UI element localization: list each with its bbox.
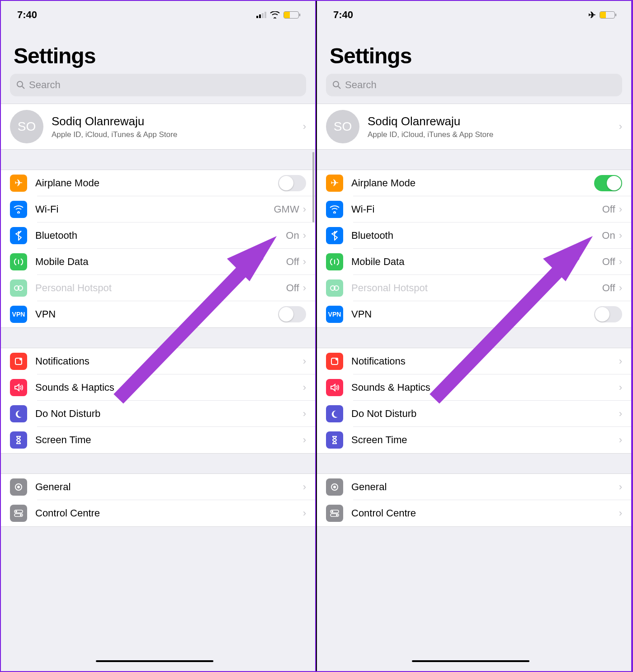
airplane-label: Airplane Mode <box>35 177 278 189</box>
screentime-label: Screen Time <box>35 434 299 446</box>
gear-icon <box>10 478 27 496</box>
chevron-icon: › <box>303 282 306 294</box>
wifi-icon <box>270 11 280 19</box>
chevron-icon: › <box>303 256 306 268</box>
redaction-strike <box>412 660 529 662</box>
notifications-icon <box>326 353 343 370</box>
bluetooth-label: Bluetooth <box>351 230 602 241</box>
svg-point-25 <box>333 486 336 488</box>
sounds-row[interactable]: Sounds & Haptics › <box>317 374 631 401</box>
airplane-toggle[interactable] <box>278 175 306 191</box>
bluetooth-icon <box>326 227 343 244</box>
bluetooth-icon <box>10 227 27 244</box>
bluetooth-row[interactable]: Bluetooth On › <box>1 222 315 249</box>
notifications-label: Notifications <box>351 355 615 367</box>
svg-point-27 <box>331 511 333 512</box>
airplane-row[interactable]: ✈ Airplane Mode <box>317 170 631 196</box>
notifications-row[interactable]: Notifications › <box>317 348 631 374</box>
page-title: Settings <box>317 25 631 74</box>
svg-point-4 <box>17 81 23 87</box>
sounds-label: Sounds & Haptics <box>35 382 299 393</box>
control-row[interactable]: Control Centre › <box>317 500 631 526</box>
profile-row[interactable]: SO Sodiq Olanrewaju Apple ID, iCloud, iT… <box>1 104 315 149</box>
airplane-toggle[interactable] <box>594 175 622 191</box>
chevron-icon: › <box>619 355 622 367</box>
vpn-row[interactable]: VPN VPN <box>317 301 631 327</box>
svg-point-13 <box>15 511 17 512</box>
avatar: SO <box>10 110 43 143</box>
sounds-row[interactable]: Sounds & Haptics › <box>1 374 315 401</box>
vpn-icon: VPN <box>10 306 27 323</box>
mobile-label: Mobile Data <box>351 256 602 268</box>
profile-row[interactable]: SO Sodiq Olanrewaju Apple ID, iCloud, iT… <box>317 104 631 149</box>
dnd-row[interactable]: Do Not Disturb › <box>1 401 315 427</box>
svg-line-19 <box>338 86 340 89</box>
chevron-icon: › <box>619 121 622 133</box>
vpn-label: VPN <box>351 308 594 320</box>
antenna-icon <box>326 253 343 270</box>
hotspot-value: Off <box>286 282 299 294</box>
bluetooth-row[interactable]: Bluetooth On › <box>317 222 631 249</box>
screentime-label: Screen Time <box>351 434 615 446</box>
vpn-toggle[interactable] <box>594 306 622 322</box>
svg-point-9 <box>19 358 22 360</box>
vpn-toggle[interactable] <box>278 306 306 322</box>
chevron-icon: › <box>619 481 622 493</box>
hotspot-row[interactable]: Personal Hotspot Off › <box>1 275 315 301</box>
mobile-label: Mobile Data <box>35 256 286 268</box>
chevron-icon: › <box>619 434 622 446</box>
status-right: ✈ <box>588 9 615 20</box>
control-row[interactable]: Control Centre › <box>1 500 315 526</box>
status-time: 7:40 <box>333 9 353 21</box>
general-row[interactable]: General › <box>1 474 315 500</box>
notifications-row[interactable]: Notifications › <box>1 348 315 374</box>
svg-rect-2 <box>262 13 264 18</box>
sounds-icon <box>10 379 27 396</box>
status-bar: 7:40 ✈ <box>317 1 631 25</box>
svg-point-15 <box>20 514 22 516</box>
hotspot-row[interactable]: Personal Hotspot Off › <box>317 275 631 301</box>
search-input[interactable]: Search <box>326 74 622 96</box>
mobile-row[interactable]: Mobile Data Off › <box>317 249 631 275</box>
wifi-row[interactable]: Wi-Fi Off › <box>317 196 631 222</box>
scrollbar[interactable] <box>312 152 314 222</box>
search-input[interactable]: Search <box>10 74 306 96</box>
chevron-icon: › <box>303 121 306 133</box>
hotspot-value: Off <box>602 282 615 294</box>
chevron-icon: › <box>303 507 306 519</box>
hotspot-label: Personal Hotspot <box>35 282 286 294</box>
toggles-icon <box>326 505 343 522</box>
general-row[interactable]: General › <box>317 474 631 500</box>
battery-icon <box>283 11 299 19</box>
chevron-icon: › <box>303 408 306 420</box>
mobile-value: Off <box>602 256 615 268</box>
svg-rect-3 <box>265 12 266 18</box>
profile-name: Sodiq Olanrewaju <box>368 114 615 128</box>
antenna-icon <box>10 253 27 270</box>
search-placeholder: Search <box>345 79 377 91</box>
vpn-row[interactable]: VPN VPN <box>1 301 315 327</box>
search-icon <box>16 80 25 90</box>
screentime-row[interactable]: Screen Time › <box>1 427 315 453</box>
mobile-value: Off <box>286 256 299 268</box>
chevron-icon: › <box>303 355 306 367</box>
dnd-row[interactable]: Do Not Disturb › <box>317 401 631 427</box>
wifi-row[interactable]: Wi-Fi GMW › <box>1 196 315 222</box>
profile-name: Sodiq Olanrewaju <box>52 114 299 128</box>
screentime-row[interactable]: Screen Time › <box>317 427 631 453</box>
chevron-icon: › <box>619 382 622 393</box>
phone-right: 7:40 ✈ Settings Search SO Sodiq Olanrewa… <box>317 1 632 671</box>
moon-icon <box>10 405 27 422</box>
control-label: Control Centre <box>35 507 299 519</box>
search-icon <box>332 80 341 90</box>
svg-rect-1 <box>259 14 261 18</box>
airplane-row[interactable]: ✈ Airplane Mode <box>1 170 315 196</box>
dnd-label: Do Not Disturb <box>351 408 615 420</box>
hotspot-icon <box>10 279 27 297</box>
chevron-icon: › <box>619 230 622 241</box>
notifications-label: Notifications <box>35 355 299 367</box>
wifi-row-icon <box>326 201 343 218</box>
search-placeholder: Search <box>29 79 61 91</box>
profile-sub: Apple ID, iCloud, iTunes & App Store <box>368 130 615 139</box>
mobile-row[interactable]: Mobile Data Off › <box>1 249 315 275</box>
